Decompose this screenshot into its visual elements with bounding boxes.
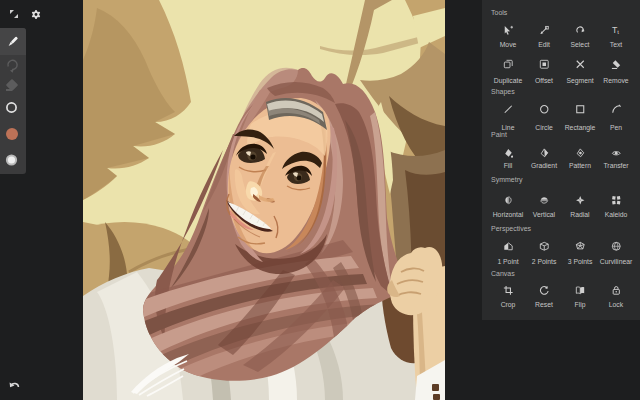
svg-text:t: t bbox=[617, 27, 619, 34]
